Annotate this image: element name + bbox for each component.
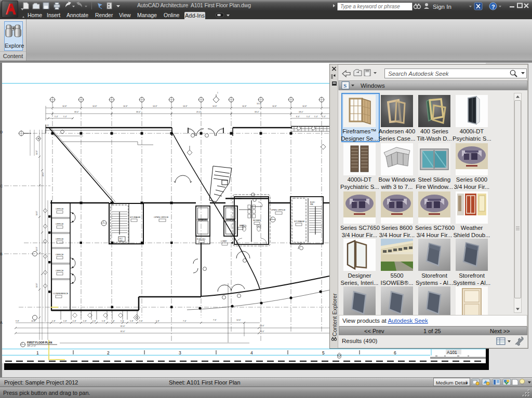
svg-text:B: B: [0, 252, 3, 256]
svg-text:OFFICE: OFFICE: [56, 253, 64, 256]
svg-text:5'-8": 5'-8": [83, 320, 87, 322]
svg-text:98'-6": 98'-6": [260, 325, 264, 327]
svg-text:33'-4": 33'-4": [74, 111, 79, 113]
svg-text:10'-0": 10'-0": [257, 103, 261, 105]
svg-text:6'-4": 6'-4": [296, 116, 300, 118]
svg-text:5'-8": 5'-8": [63, 320, 68, 322]
svg-text:C: C: [0, 184, 3, 188]
svg-text:5: 5: [322, 350, 325, 355]
svg-text:33'-4": 33'-4": [136, 111, 141, 113]
svg-text:S: S: [343, 83, 347, 89]
svg-text:ELEVATOR: ELEVATOR: [197, 219, 207, 221]
svg-text:Windows: Windows: [361, 83, 385, 89]
svg-text:OFFICE: OFFICE: [56, 269, 64, 272]
svg-text:16'-8": 16'-8": [62, 105, 67, 107]
svg-text:5'-4": 5'-4": [55, 116, 59, 118]
svg-text:18'-0": 18'-0": [299, 111, 303, 113]
svg-text:16'-8": 16'-8": [183, 105, 188, 107]
svg-text:16'-8": 16'-8": [242, 105, 247, 107]
svg-text:5'-4": 5'-4": [314, 116, 318, 118]
svg-text:5'-8": 5'-8": [156, 320, 160, 322]
svg-text:7'-6": 7'-6": [213, 319, 217, 321]
svg-text:ELEV. EQ.: ELEV. EQ.: [197, 238, 206, 240]
svg-text:A101: A101: [447, 350, 457, 355]
svg-text:STORAGE: STORAGE: [130, 216, 141, 218]
svg-text:16'-8": 16'-8": [302, 105, 307, 107]
svg-text:16'-8": 16'-8": [36, 211, 38, 215]
svg-text:16'-8": 16'-8": [212, 105, 217, 107]
svg-text:115: 115: [119, 240, 123, 242]
svg-text:7'-6": 7'-6": [183, 320, 187, 322]
svg-text:81'-6": 81'-6": [121, 331, 125, 333]
svg-text:FIRST FLOOR PLAN: FIRST FLOOR PLAN: [27, 341, 52, 344]
svg-text:4: 4: [250, 350, 253, 355]
svg-text:1: 1: [271, 217, 272, 219]
svg-text:5'-4": 5'-4": [322, 116, 326, 118]
svg-text:16'-8": 16'-8": [153, 105, 157, 107]
svg-text:A: A: [0, 321, 3, 324]
svg-text:9'-8": 9'-8": [16, 320, 20, 322]
svg-text:RM: RM: [310, 203, 313, 205]
svg-text:1: 1: [22, 342, 23, 345]
svg-text:1: 1: [36, 350, 39, 355]
svg-text:6: 6: [394, 350, 396, 355]
svg-text:81'-6": 81'-6": [121, 325, 125, 327]
svg-text:5'-8": 5'-8": [92, 320, 97, 322]
svg-text:CONFERENCE: CONFERENCE: [53, 292, 69, 295]
svg-text:D: D: [0, 130, 3, 134]
svg-text:5'-8": 5'-8": [102, 320, 106, 322]
svg-text:5'-8": 5'-8": [52, 320, 56, 322]
svg-text:LOBBY: LOBBY: [221, 240, 228, 242]
svg-text:Sign In: Sign In: [433, 4, 451, 10]
svg-text:OFFICE: OFFICE: [56, 238, 64, 240]
svg-text:1: 1: [103, 221, 104, 223]
svg-text:9'-8": 9'-8": [139, 320, 143, 322]
svg-text:33'-4": 33'-4": [255, 111, 259, 113]
svg-text:16'-8": 16'-8": [31, 320, 36, 322]
svg-text:2: 2: [107, 350, 110, 355]
svg-text:OPEN OFFICE: OPEN OFFICE: [154, 216, 169, 218]
svg-text:16'-8": 16'-8": [36, 283, 38, 287]
svg-text:16'-8": 16'-8": [123, 105, 128, 107]
svg-text:16'-8": 16'-8": [92, 105, 97, 107]
svg-text:5'-8": 5'-8": [73, 320, 77, 322]
svg-text:5'-8": 5'-8": [121, 320, 125, 322]
svg-text:STORAGE: STORAGE: [294, 220, 305, 223]
svg-text:5'-8": 5'-8": [111, 320, 115, 322]
svg-text:LOBBY: LOBBY: [235, 198, 242, 200]
svg-text:3: 3: [179, 350, 181, 355]
svg-text:16'-8": 16'-8": [36, 246, 38, 251]
svg-text:1: 1: [217, 92, 218, 94]
svg-text:21': 21': [47, 125, 49, 127]
svg-text:ELEVATOR: ELEVATOR: [225, 219, 235, 221]
svg-text:OFFICE: OFFICE: [56, 223, 64, 225]
svg-text:OFFICE: OFFICE: [56, 208, 64, 210]
svg-text:16'-8": 16'-8": [36, 150, 38, 155]
svg-text:OPEN OFFICE: OPEN OFFICE: [271, 209, 286, 211]
svg-text:33'-4": 33'-4": [42, 172, 44, 176]
svg-text:25'-0": 25'-0": [196, 111, 201, 113]
svg-text:5'-4": 5'-4": [307, 116, 311, 118]
svg-text:96'-6": 96'-6": [260, 331, 264, 333]
svg-text:1/8" = 1'-0": 1/8" = 1'-0": [27, 345, 36, 347]
svg-text:?: ?: [491, 4, 495, 10]
svg-text:5'-4": 5'-4": [63, 116, 68, 118]
svg-text:5'-8": 5'-8": [130, 320, 134, 322]
svg-text:WOMEN: WOMEN: [253, 219, 261, 222]
svg-text:14'-6": 14'-6": [236, 319, 241, 321]
svg-text:16'-8": 16'-8": [272, 105, 277, 107]
svg-text:MEN: MEN: [240, 225, 244, 227]
svg-text:Search Autodesk Seek: Search Autodesk Seek: [388, 71, 449, 77]
